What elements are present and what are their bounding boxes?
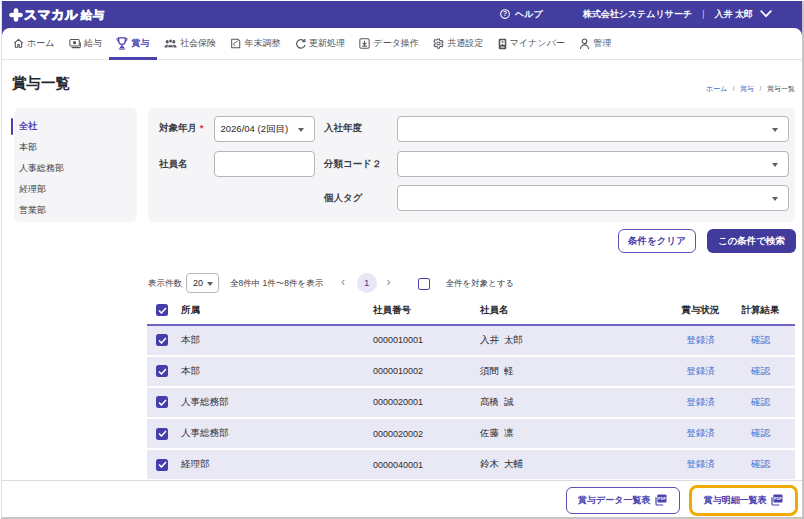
svg-text:PDF: PDF [658, 496, 666, 501]
